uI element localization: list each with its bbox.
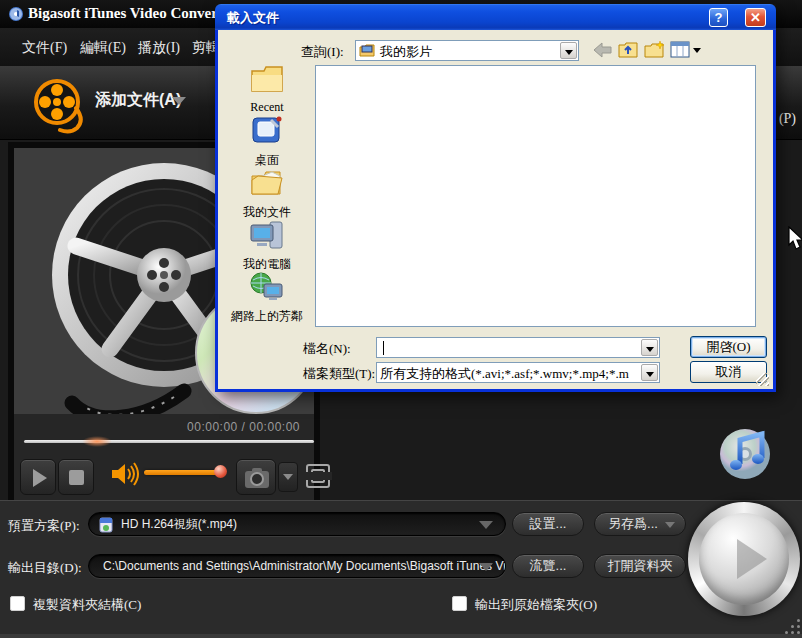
toolbar-right-partial-label[interactable]: (P) — [779, 111, 796, 127]
dialog-title: 載入文件 — [227, 9, 279, 27]
stop-icon — [69, 470, 84, 485]
back-icon[interactable] — [592, 41, 614, 59]
place-recent[interactable]: Recent — [224, 64, 310, 115]
place-label: 網路上的芳鄰 — [224, 308, 310, 325]
file-type-select[interactable]: 所有支持的格式(*.avi;*.asf;*.wmv;*.mp4;*.m — [376, 362, 660, 383]
look-in-dropdown-icon[interactable] — [560, 42, 577, 59]
dialog-titlebar[interactable]: 載入文件 ? ✕ — [215, 4, 776, 30]
volume-slider[interactable] — [144, 470, 222, 475]
preset-combo[interactable]: HD H.264視頻(*.mp4) — [88, 512, 506, 536]
my-computer-icon — [250, 220, 284, 250]
view-menu-dropdown-icon[interactable] — [693, 48, 701, 53]
place-label: Recent — [224, 100, 310, 115]
file-name-input[interactable] — [376, 337, 660, 358]
preset-dropdown-icon — [479, 521, 493, 529]
place-network[interactable]: 網路上的芳鄰 — [224, 272, 310, 325]
close-button[interactable]: ✕ — [745, 8, 766, 27]
place-my-documents[interactable]: 我的文件 — [224, 168, 310, 221]
look-in-label: 查詢(I): — [301, 43, 344, 61]
save-as-label: 另存爲... — [608, 516, 658, 531]
output-original-label: 輸出到原始檔案夾(O) — [475, 596, 597, 614]
preset-format-icon — [99, 517, 114, 533]
file-type-label: 檔案類型(T): — [303, 365, 375, 383]
new-folder-icon[interactable] — [644, 40, 665, 59]
add-files-reel-icon[interactable] — [30, 76, 92, 134]
my-videos-icon — [359, 43, 375, 58]
file-type-value: 所有支持的格式(*.avi;*.asf;*.wmv;*.mp4;*.m — [380, 365, 629, 383]
recent-folder-icon — [250, 64, 284, 94]
copy-structure-checkbox[interactable] — [10, 596, 25, 611]
place-label: 桌面 — [224, 152, 310, 169]
text-caret — [383, 341, 384, 355]
look-in-combo[interactable]: 我的影片 — [355, 40, 579, 61]
network-icon — [250, 272, 284, 302]
place-label: 我的電腦 — [224, 256, 310, 273]
output-dir-value: C:\Documents and Settings\Administrator\… — [103, 559, 506, 573]
camera-icon — [244, 467, 270, 489]
file-name-dropdown-icon[interactable] — [641, 339, 658, 356]
preset-label: 預置方案(P): — [8, 517, 80, 535]
convert-play-icon — [737, 539, 767, 579]
resize-grip[interactable] — [784, 618, 800, 634]
mouse-cursor — [788, 226, 802, 252]
open-button[interactable]: 開啓(O) — [690, 336, 767, 358]
menu-edit[interactable]: 編輯(E) — [80, 39, 126, 57]
settings-button[interactable]: 設置... — [512, 512, 584, 536]
help-button[interactable]: ? — [709, 8, 728, 27]
play-icon — [33, 469, 47, 487]
time-display: 00:00:00 / 00:00:00 — [187, 420, 300, 434]
snapshot-dropdown[interactable] — [278, 462, 298, 492]
player-controls: 00:00:00 / 00:00:00 — [8, 414, 320, 500]
place-desktop[interactable]: 桌面 — [224, 116, 310, 169]
screen: Bigasoft iTunes Video Converter 文件(F) 編輯… — [0, 0, 802, 638]
itunes-icon — [718, 424, 776, 482]
snapshot-button[interactable] — [236, 459, 276, 495]
file-name-label: 檔名(N): — [303, 340, 351, 358]
open-folder-button[interactable]: 打開資料夾 — [594, 554, 686, 578]
volume-knob[interactable] — [214, 465, 227, 478]
add-files-button[interactable]: 添加文件(A) — [95, 90, 181, 111]
menu-file[interactable]: 文件(F) — [22, 39, 67, 57]
preset-value: HD H.264視頻(*.mp4) — [121, 513, 237, 535]
menu-play[interactable]: 播放(I) — [138, 39, 180, 57]
output-dir-combo[interactable]: C:\Documents and Settings\Administrator\… — [88, 554, 506, 578]
convert-button[interactable] — [688, 502, 800, 616]
seek-bar[interactable] — [24, 440, 314, 443]
add-files-dropdown-icon[interactable] — [172, 97, 186, 105]
app-icon — [8, 6, 24, 22]
app-title: Bigasoft iTunes Video Converter — [28, 5, 236, 22]
dialog-body: 查詢(I): 我的影片 — [215, 30, 776, 392]
speaker-icon[interactable] — [110, 461, 140, 487]
convert-button-face — [699, 513, 789, 605]
save-as-button[interactable]: 另存爲... — [594, 512, 686, 536]
stop-button[interactable] — [58, 459, 94, 495]
chevron-down-icon — [283, 474, 293, 480]
load-file-dialog: 載入文件 ? ✕ 查詢(I): 我的影片 — [215, 4, 776, 392]
output-settings-panel: 預置方案(P): HD H.264視頻(*.mp4) 設置... 另存爲... … — [0, 500, 802, 638]
view-menu-icon[interactable] — [670, 41, 690, 58]
output-original-checkbox[interactable] — [452, 596, 467, 611]
output-dir-dropdown-icon — [479, 563, 493, 571]
play-button[interactable] — [20, 459, 56, 495]
desktop-icon — [251, 116, 283, 146]
up-folder-icon[interactable] — [618, 40, 638, 59]
dialog-resize-grip[interactable] — [756, 373, 769, 386]
look-in-value: 我的影片 — [380, 43, 432, 61]
place-label: 我的文件 — [224, 204, 310, 221]
file-list[interactable] — [315, 65, 756, 327]
seek-position-glow — [82, 436, 112, 447]
browse-button[interactable]: 流覽... — [512, 554, 584, 578]
output-dir-label: 輸出目錄(D): — [8, 559, 82, 577]
my-documents-icon — [250, 168, 284, 198]
copy-structure-label: 複製資料夾結構(C) — [33, 596, 141, 614]
file-type-dropdown-icon[interactable] — [641, 364, 658, 381]
place-my-computer[interactable]: 我的電腦 — [224, 220, 310, 273]
save-as-dropdown-icon — [665, 522, 675, 528]
fullscreen-button[interactable] — [306, 464, 330, 488]
